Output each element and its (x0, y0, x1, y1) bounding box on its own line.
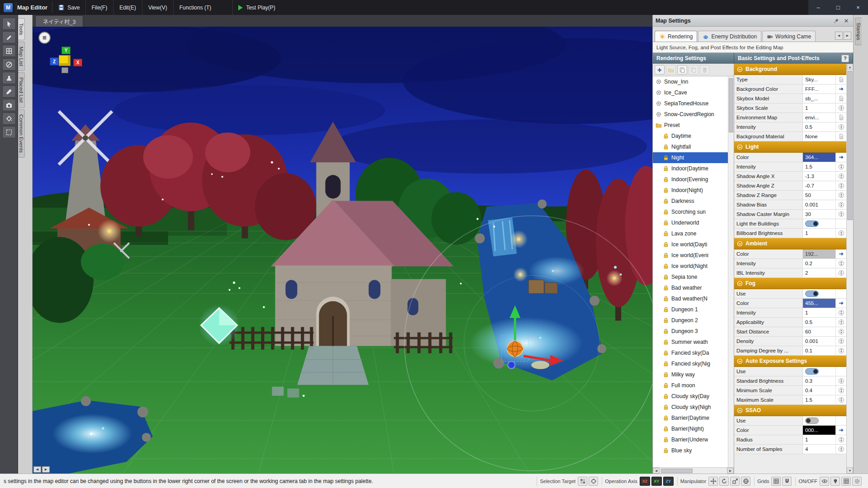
spinner-button[interactable] (837, 319, 845, 326)
scroll-left-button[interactable]: ◀ (33, 466, 41, 473)
tab-working-came[interactable]: Working Came (762, 31, 816, 42)
rendering-setting-barrier-daytime[interactable]: Barrier(Daytime (653, 413, 728, 423)
screenshot-tool[interactable] (2, 99, 16, 111)
file-picker-button[interactable] (837, 76, 845, 84)
selection-rect-tool[interactable] (2, 126, 16, 138)
spinner-button[interactable] (837, 387, 845, 394)
help-button[interactable]: ? (841, 55, 849, 62)
rendering-setting-daytime[interactable]: Daytime (653, 131, 728, 141)
color-picker-button[interactable] (837, 250, 845, 258)
scale-manipulator-icon[interactable] (730, 477, 740, 486)
axis-xy-button[interactable]: XY (651, 477, 662, 486)
minimize-button[interactable]: – (808, 0, 828, 15)
spinner-button[interactable] (837, 260, 845, 267)
spinner-button[interactable] (837, 328, 845, 336)
map-tab[interactable]: ネイティ村_3 (35, 15, 83, 27)
add-rendering-setting-button[interactable] (655, 65, 665, 75)
rendering-setting-darkness[interactable]: Darkness (653, 196, 728, 206)
section-fog[interactable]: Fog (734, 278, 846, 289)
rendering-setting-cloudy-sky-nigh[interactable]: Cloudy sky(Nigh (653, 402, 728, 413)
color-picker-button[interactable] (837, 154, 845, 161)
stamps-tab[interactable]: Stamps (855, 18, 862, 45)
rendering-setting-fancied-sky-da[interactable]: Fancied sky(Da (653, 347, 728, 358)
rendering-setting-indoor-daytime[interactable]: Indoor(Daytime (653, 163, 728, 174)
sidebar-tab-map-list[interactable]: Map List (18, 42, 25, 71)
spinner-button[interactable] (837, 104, 845, 112)
tab-scroll-right-button[interactable]: ▶ (844, 32, 851, 40)
viewport-3d[interactable]: Y Z X ◀ ▶ (33, 27, 652, 474)
rendering-setting-barrier-underw[interactable]: Barrier(Underw (653, 434, 728, 445)
spinner-button[interactable] (837, 192, 845, 199)
toggle-use[interactable] (805, 368, 819, 375)
section-ambient[interactable]: Ambient (734, 238, 846, 249)
rendering-setting-indoor-evening[interactable]: Indoor(Evening (653, 174, 728, 185)
file-picker-button[interactable] (837, 133, 845, 141)
rendering-setting-ice-world-eveni[interactable]: Ice world(Eveni (653, 250, 728, 261)
stamp-selection-icon[interactable] (578, 477, 587, 486)
spinner-button[interactable] (837, 436, 845, 444)
sidebar-tab-tools[interactable]: Tools (18, 18, 25, 40)
spinner-button[interactable] (837, 269, 845, 277)
menu-view-v[interactable]: View(V) (142, 0, 173, 15)
rendering-setting-snow-inn[interactable]: Snow_Inn (653, 76, 728, 87)
axis-xz-button[interactable]: XZ (640, 477, 650, 486)
rendering-setting-summer-weath[interactable]: Summer weath (653, 337, 728, 347)
spinner-button[interactable] (837, 173, 845, 180)
rendering-setting-ice-world-night[interactable]: Ice world(Night (653, 261, 728, 272)
file-picker-button[interactable] (837, 114, 845, 122)
snap-toggle-icon[interactable] (782, 477, 792, 486)
slope-tool[interactable] (2, 58, 16, 70)
rendering-setting-scorching-sun[interactable]: Scorching sun (653, 206, 728, 217)
axis-zy-button[interactable]: ZY (663, 477, 674, 486)
tileset-tool[interactable] (2, 45, 16, 57)
section-ssao[interactable]: SSAO (734, 405, 846, 416)
rotate-manipulator-icon[interactable] (719, 477, 729, 486)
menu-file-f[interactable]: File(F) (85, 0, 113, 15)
rendering-setting-night[interactable]: Night (653, 152, 728, 163)
rendering-setting-milky-way[interactable]: Milky way (653, 369, 728, 380)
rendering-setting-dungeon-3[interactable]: Dungeon 3 (653, 326, 728, 337)
save-button[interactable]: Save (52, 0, 85, 15)
list-vertical-scrollbar[interactable] (728, 76, 734, 467)
vscroll-thumb[interactable] (729, 78, 733, 132)
eyedropper-tool[interactable] (2, 85, 16, 98)
spinner-button[interactable] (837, 182, 845, 190)
spinner-button[interactable] (837, 211, 845, 218)
color-picker-button[interactable] (837, 85, 845, 93)
rendering-setting-bad-weather[interactable]: Bad weather (653, 282, 728, 293)
select-tool[interactable] (2, 18, 16, 30)
menu-edit-e[interactable]: Edit(E) (113, 0, 142, 15)
hscroll-left-icon[interactable]: ◀ (653, 468, 660, 474)
list-horizontal-scrollbar[interactable]: ◀ ▶ (653, 467, 734, 474)
view-axis-gizmo[interactable]: Y Z X (50, 47, 87, 84)
toggle-light-the-buildings[interactable] (805, 221, 819, 227)
scroll-right-button[interactable]: ▶ (42, 466, 50, 473)
props-scroll-down-icon[interactable]: ▼ (847, 467, 853, 474)
rendering-setting-dungeon-1[interactable]: Dungeon 1 (653, 304, 728, 315)
viewport-menu-button[interactable] (38, 32, 51, 44)
spinner-button[interactable] (837, 446, 845, 453)
rendering-setting-preset[interactable]: Preset (653, 120, 728, 131)
rendering-setting-fancied-sky-nig[interactable]: Fancied sky(Nig (653, 358, 728, 369)
properties-scrollbar[interactable]: ▲ ▼ (846, 64, 853, 474)
file-picker-button[interactable] (837, 95, 845, 103)
tab-scroll-left-button[interactable]: ◀ (835, 32, 843, 40)
rendering-setting-ice-world-dayti[interactable]: Ice world(Dayti (653, 239, 728, 250)
light-toggle-icon[interactable] (830, 477, 840, 486)
rendering-setting-snow-coverdregion[interactable]: Snow-CoverdRegion (653, 109, 728, 120)
color-picker-button[interactable] (837, 300, 845, 307)
close-button[interactable]: × (848, 0, 868, 15)
spinner-button[interactable] (837, 377, 845, 385)
rendering-setting-sepiatonedhouse[interactable]: SepiaTonedHouse (653, 98, 728, 109)
hscroll-right-icon[interactable]: ▶ (727, 468, 734, 474)
rendering-setting-blue-sky[interactable]: Blue sky (653, 445, 728, 456)
spinner-button[interactable] (837, 338, 845, 345)
stamp-tool[interactable] (2, 72, 16, 84)
toggle-use[interactable] (805, 418, 819, 424)
spinner-button[interactable] (837, 163, 845, 171)
rendering-setting-bad-weather-n[interactable]: Bad weather(N (653, 293, 728, 304)
rendering-setting-indoor-night[interactable]: Indoor(Night) (653, 185, 728, 196)
spinner-button[interactable] (837, 201, 845, 209)
panel-close-button[interactable] (842, 17, 850, 25)
world-axis-icon[interactable] (741, 477, 750, 486)
